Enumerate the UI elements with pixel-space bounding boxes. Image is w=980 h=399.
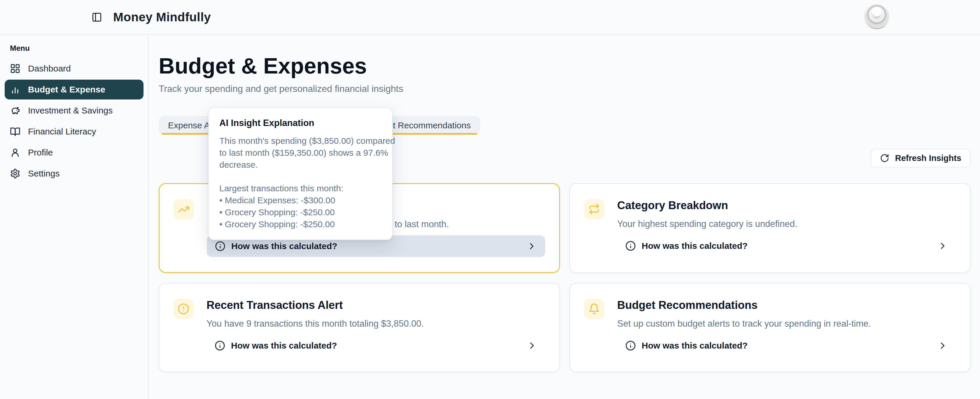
how-calculated-label: How was this calculated? [642, 341, 748, 351]
refresh-insights-label: Refresh Insights [895, 153, 961, 163]
sidebar-item-label: Financial Literacy [28, 127, 96, 137]
how-calculated-button[interactable]: How was this calculated? [617, 235, 956, 257]
popover-body-line: to last month ($159,350.00) shows a 97.6… [220, 147, 382, 159]
sidebar-item-label: Budget & Expense [28, 84, 105, 94]
page-title: Budget & Expenses [159, 54, 970, 78]
page-subtitle: Track your spending and get personalized… [159, 83, 970, 94]
card-title: Budget Recommendations [617, 299, 956, 312]
sidebar-item-investment-savings[interactable]: Investment & Savings [5, 101, 143, 121]
popover-list-item: • Grocery Shopping: -$250.00 [220, 218, 382, 230]
how-calculated-label: How was this calculated? [642, 241, 748, 251]
popover-body-line: This month's spending ($3,850.00) compar… [220, 135, 382, 147]
how-calculated-button[interactable]: How was this calculated? [207, 335, 546, 356]
budget-recommendations-card: Budget Recommendations Set up custom bud… [570, 283, 970, 372]
user-avatar[interactable] [864, 5, 889, 29]
app-title: Money Mindfully [113, 10, 211, 24]
bar-chart-icon [10, 84, 21, 95]
ai-insight-popover: AI Insight Explanation This month's spen… [208, 107, 393, 240]
trending-up-icon [178, 203, 189, 215]
refresh-icon [880, 153, 889, 163]
gear-icon [10, 168, 21, 179]
sidebar-item-budget-expense[interactable]: Budget & Expense [5, 79, 143, 99]
sidebar: Menu Dashboard Budget & Expense Investme… [0, 34, 149, 399]
card-description: Set up custom budget alerts to track you… [617, 318, 956, 329]
piggy-bank-icon [10, 105, 21, 116]
how-calculated-label: How was this calculated? [231, 241, 337, 251]
info-icon [215, 340, 225, 351]
refresh-insights-button[interactable]: Refresh Insights [870, 149, 970, 167]
chevron-right-icon [527, 241, 537, 251]
sidebar-item-dashboard[interactable]: Dashboard [5, 59, 143, 78]
card-title: Recent Transactions Alert [207, 299, 546, 312]
info-icon [215, 241, 226, 251]
chevron-right-icon [527, 340, 537, 351]
category-breakdown-card: Category Breakdown Your highest spending… [570, 183, 970, 273]
chevron-right-icon [937, 241, 948, 251]
sidebar-item-profile[interactable]: Profile [5, 143, 143, 162]
popover-title: AI Insight Explanation [220, 117, 382, 129]
sidebar-item-label: Settings [28, 169, 59, 178]
user-icon [10, 147, 21, 158]
app-root: Money Mindfully Menu Dashboard Budget & … [0, 0, 980, 399]
popover-body-line: decrease. [220, 159, 382, 171]
sidebar-item-label: Profile [28, 148, 53, 157]
how-calculated-button[interactable]: How was this calculated? [617, 335, 956, 356]
chevron-right-icon [937, 340, 948, 351]
card-title: Category Breakdown [617, 199, 956, 212]
sidebar-item-label: Investment & Savings [28, 106, 113, 116]
info-icon [625, 340, 636, 351]
recent-transactions-card: Recent Transactions Alert You have 9 tra… [159, 283, 560, 372]
sidebar-item-financial-literacy[interactable]: Financial Literacy [5, 122, 143, 141]
alert-circle-icon [178, 303, 189, 315]
layout-grid-icon [10, 63, 21, 74]
sidebar-toggle-button[interactable] [89, 9, 105, 25]
popover-list-item: • Medical Expenses: -$300.00 [220, 194, 382, 206]
how-calculated-label: How was this calculated? [231, 341, 337, 351]
popover-list-item: • Grocery Shopping: -$250.00 [220, 206, 382, 218]
panel-left-icon [92, 12, 102, 22]
book-open-icon [10, 126, 21, 137]
bell-icon [588, 303, 600, 315]
sidebar-item-settings[interactable]: Settings [5, 164, 143, 183]
card-description: Your highest spending category is undefi… [617, 218, 956, 230]
sidebar-section-label: Menu [10, 44, 148, 53]
info-icon [625, 241, 636, 251]
popover-list-heading: Largest transactions this month: [220, 182, 382, 194]
sidebar-nav: Dashboard Budget & Expense Investment & … [0, 59, 148, 183]
top-header: Money Mindfully [0, 0, 980, 35]
card-description: You have 9 transactions this month total… [207, 318, 546, 329]
repeat-icon [588, 203, 600, 215]
sidebar-item-label: Dashboard [28, 64, 71, 73]
